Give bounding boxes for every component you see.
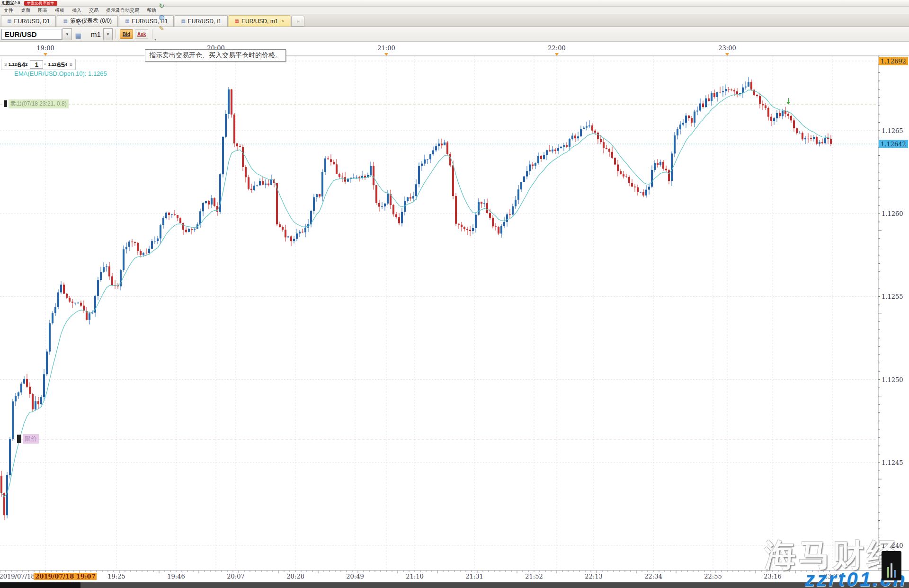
one-click-trade-widget[interactable]: S 1.12 64 2 1 ▾ 1.12 65 4 B	[1, 59, 76, 70]
candlestick-chart[interactable]	[0, 42, 909, 582]
bid-button[interactable]: Bid	[120, 29, 133, 39]
bid-price-tag: 1.12642	[879, 140, 908, 148]
sell-side-label: S	[4, 62, 7, 67]
top-time-label: 19:00	[36, 45, 54, 52]
tab-bar: ▦EUR/USD, D1▦策略仪表盘 (0/0)▦EUR/USD, H1▦EUR…	[0, 14, 909, 27]
chart-tab-label: EUR/USD, t1	[188, 18, 222, 25]
timeframe-dropdown-button[interactable]: ▼	[103, 28, 113, 40]
bottom-time-label: 22:13	[585, 573, 602, 580]
price-axis-label: 1.1265	[882, 127, 903, 134]
bid-ask-tooltip: 指示卖出交易开仓、买入交易平仓时的价格。	[145, 49, 286, 62]
bottom-time-label: 2019/07/18 19:07	[34, 573, 97, 580]
sell-price-big[interactable]: 64	[18, 61, 26, 69]
chart-tab-0[interactable]: ▦EUR/USD, D1	[1, 15, 56, 27]
bottom-time-label: 2019/07/18	[0, 573, 35, 580]
bottom-time-label: 20:28	[286, 573, 304, 580]
chart-area[interactable]: 指示卖出交易开仓、买入交易平仓时的价格。 S 1.12 64 2 1 ▾ 1.1…	[0, 42, 909, 582]
top-time-label: 23:00	[718, 45, 736, 52]
menu-item-1[interactable]: 桌面	[17, 7, 34, 14]
bottom-time-label: 22:55	[704, 573, 722, 580]
timeframe-value[interactable]: m1	[91, 30, 101, 38]
menu-item-0[interactable]: 文件	[0, 7, 17, 14]
sell-price-small: 1.12	[9, 62, 17, 67]
bottom-time-label: 22:34	[644, 573, 662, 580]
symbol-input[interactable]: EUR/USD	[1, 29, 62, 40]
refresh-icon[interactable]: ↻	[156, 0, 167, 11]
title-badge[interactable]: 单击交易 市价单	[24, 1, 57, 6]
price-axis-label: 1.1255	[882, 293, 903, 300]
price-axis-label: 1.1250	[882, 376, 903, 383]
price-axis-label: 1.1245	[882, 459, 903, 466]
menu-bar: 文件桌面图表模板插入交易提示及自动交易帮助	[0, 7, 909, 15]
lot-size-input[interactable]: 1	[30, 60, 43, 69]
chart-tab-4[interactable]: ▦EUR/USD, m1×	[229, 15, 291, 27]
bottom-time-label: 20:07	[227, 573, 244, 580]
hour-marker-icon	[384, 53, 388, 56]
hour-marker-icon	[725, 53, 729, 56]
menu-item-5[interactable]: 交易	[85, 7, 102, 14]
periods-icon[interactable]: ◔	[72, 18, 84, 30]
chart-tab-icon: ▦	[235, 19, 239, 24]
symbol-dropdown-button[interactable]: ▼	[62, 28, 72, 40]
app-title: 汇图宝2.0	[1, 0, 20, 6]
title-bar: 汇图宝2.0 单击交易 市价单	[0, 0, 909, 7]
bottom-time-label: 20:49	[346, 573, 364, 580]
chart-tab-icon: ▦	[125, 19, 129, 24]
limit-order-label[interactable]: 限价	[17, 434, 39, 444]
chart-tab-label: EUR/USD, D1	[14, 18, 50, 25]
buy-side-label: B	[70, 62, 72, 67]
toolbar-separator	[152, 29, 152, 39]
high-price-tag: 1.12692	[879, 57, 908, 65]
sell-position-label[interactable]: 卖出(07/18 23:21, 0.8)	[4, 99, 69, 108]
menu-item-2[interactable]: 图表	[34, 7, 51, 14]
sell-price-pipette: 2	[25, 62, 27, 67]
ema-indicator-label: EMA(EUR/USD.Open,10): 1.1265	[14, 70, 107, 77]
bottom-time-label: 21:10	[406, 573, 423, 580]
candle-marker-icon	[17, 435, 21, 443]
buy-price-big[interactable]: 65	[57, 61, 65, 69]
hour-marker-icon	[555, 53, 559, 56]
menu-item-4[interactable]: 插入	[68, 7, 85, 14]
ask-button[interactable]: Ask	[135, 29, 148, 39]
toolbar: EUR/USD ▼ ◔▦▾ m1 ▼ Bid Ask ⊕⊖▸◎▾⌛▣↻◍✎▾▤▥…	[0, 27, 909, 42]
dropdown-caret-icon[interactable]: ▾	[154, 38, 156, 41]
bottom-window-bar	[0, 582, 909, 588]
bottom-time-label: 21:52	[525, 573, 543, 580]
chart-tab-icon: ▦	[63, 19, 67, 24]
add-tab-button[interactable]: +	[291, 16, 304, 27]
bottom-time-label: 21:31	[465, 573, 483, 580]
chart-tab-icon: ▦	[181, 19, 185, 24]
price-axis-label: 1.1260	[882, 210, 903, 217]
bottom-time-label: 19:25	[107, 573, 125, 580]
tab-close-icon[interactable]: ×	[281, 18, 284, 24]
chart-tab-label: EUR/USD, m1	[241, 18, 278, 25]
web-icon[interactable]: ◍	[156, 11, 167, 23]
bottom-time-label: 19:46	[167, 573, 185, 580]
top-time-label: 22:00	[548, 45, 565, 52]
toolbar-separator	[116, 29, 116, 39]
hour-marker-icon	[44, 53, 47, 56]
menu-item-6[interactable]: 提示及自动交易	[102, 7, 143, 14]
lot-dropdown-icon[interactable]: ▾	[44, 62, 46, 66]
candle-marker-icon	[4, 100, 7, 107]
mini-chart-widget[interactable]	[882, 551, 901, 580]
chart-type-icon[interactable]: ▦	[72, 30, 84, 41]
ruler-icon[interactable]: ✎	[156, 23, 167, 34]
chart-tab-1[interactable]: ▦策略仪表盘 (0/0)	[57, 15, 117, 27]
buy-price-small: 1.12	[48, 62, 57, 67]
buy-price-pipette: 4	[65, 62, 67, 67]
top-time-label: 21:00	[377, 45, 395, 52]
menu-item-3[interactable]: 模板	[51, 7, 68, 14]
chart-tab-3[interactable]: ▦EUR/USD, t1	[175, 15, 227, 27]
chart-tab-icon: ▦	[7, 19, 11, 24]
